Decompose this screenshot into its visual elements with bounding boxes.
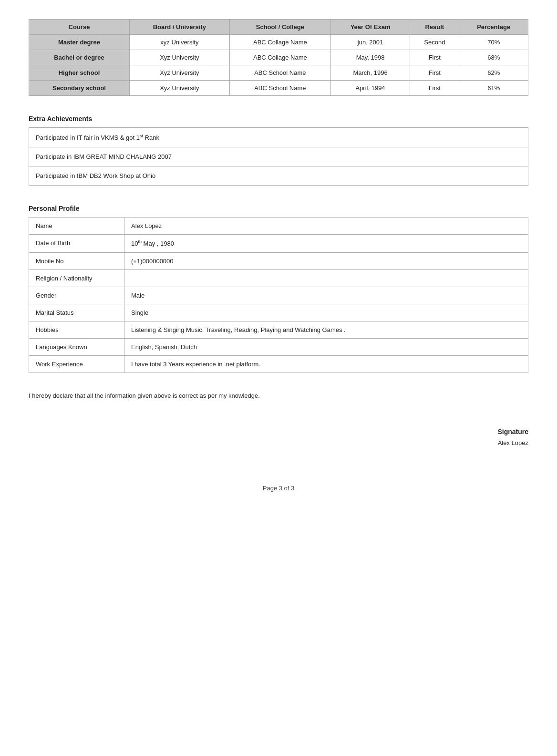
col-header-course: Course — [29, 20, 130, 35]
profile-label-7: Languages Known — [29, 338, 124, 355]
edu-row: Secondary schoolXyz UniversityABC School… — [29, 81, 528, 96]
profile-value-6: Listening & Singing Music, Traveling, Re… — [124, 321, 528, 338]
edu-cell-0-5: 70% — [459, 35, 528, 50]
edu-cell-0-4: Second — [410, 35, 459, 50]
profile-value-4: Male — [124, 287, 528, 304]
profile-label-1: Date of Birth — [29, 235, 124, 252]
edu-cell-2-2: ABC School Name — [229, 65, 330, 81]
profile-value-1: 10th May , 1980 — [124, 235, 528, 252]
profile-value-7: English, Spanish, Dutch — [124, 338, 528, 355]
profile-label-3: Religion / Nationality — [29, 269, 124, 287]
edu-cell-2-5: 62% — [459, 65, 528, 81]
edu-cell-1-1: Xyz University — [129, 50, 229, 65]
profile-row: Mobile No(+1)000000000 — [29, 252, 528, 269]
page-number: Page 3 of 3 — [29, 485, 528, 492]
edu-cell-3-3: April, 1994 — [330, 81, 410, 96]
profile-label-5: Marital Status — [29, 304, 124, 321]
profile-value-2: (+1)000000000 — [124, 252, 528, 269]
profile-value-0: Alex Lopez — [124, 217, 528, 235]
achievement-row: Participated in IT fair in VKMS & got 1s… — [29, 128, 528, 147]
signature-section: Signature Alex Lopez — [29, 428, 528, 446]
edu-row: Higher schoolXyz UniversityABC School Na… — [29, 65, 528, 81]
edu-row: Master degreexyz UniversityABC Collage N… — [29, 35, 528, 50]
signature-name: Alex Lopez — [29, 439, 528, 446]
edu-cell-1-2: ABC Collage Name — [229, 50, 330, 65]
profile-row: HobbiesListening & Singing Music, Travel… — [29, 321, 528, 338]
edu-cell-3-2: ABC School Name — [229, 81, 330, 96]
edu-cell-0-0: Master degree — [29, 35, 130, 50]
edu-cell-3-0: Secondary school — [29, 81, 130, 96]
edu-cell-1-0: Bachel or degree — [29, 50, 130, 65]
profile-row: Work ExperienceI have total 3 Years expe… — [29, 355, 528, 373]
edu-cell-3-4: First — [410, 81, 459, 96]
achievement-item-2: Participated in IBM DB2 Work Shop at Ohi… — [29, 166, 528, 186]
profile-row: Date of Birth10th May , 1980 — [29, 235, 528, 252]
profile-row: GenderMale — [29, 287, 528, 304]
profile-row: Languages KnownEnglish, Spanish, Dutch — [29, 338, 528, 355]
achievement-row: Participate in IBM GREAT MIND CHALANG 20… — [29, 147, 528, 166]
profile-label-8: Work Experience — [29, 355, 124, 373]
col-header-year: Year Of Exam — [330, 20, 410, 35]
profile-label-2: Mobile No — [29, 252, 124, 269]
profile-value-8: I have total 3 Years experience in .net … — [124, 355, 528, 373]
edu-row: Bachel or degreeXyz UniversityABC Collag… — [29, 50, 528, 65]
profile-row: Religion / Nationality — [29, 269, 528, 287]
profile-row: Marital StatusSingle — [29, 304, 528, 321]
edu-cell-1-4: First — [410, 50, 459, 65]
profile-label-6: Hobbies — [29, 321, 124, 338]
profile-value-5: Single — [124, 304, 528, 321]
edu-cell-2-3: March, 1996 — [330, 65, 410, 81]
col-header-board: Board / University — [129, 20, 229, 35]
achievement-item-1: Participate in IBM GREAT MIND CHALANG 20… — [29, 147, 528, 166]
col-header-school: School / College — [229, 20, 330, 35]
declaration-text: I hereby declare that all the informatio… — [29, 392, 528, 399]
achievement-row: Participated in IBM DB2 Work Shop at Ohi… — [29, 166, 528, 186]
col-header-result: Result — [410, 20, 459, 35]
edu-cell-2-1: Xyz University — [129, 65, 229, 81]
education-table: Course Board / University School / Colle… — [29, 19, 528, 96]
edu-cell-2-0: Higher school — [29, 65, 130, 81]
edu-cell-1-3: May, 1998 — [330, 50, 410, 65]
extra-achievements-title: Extra Achievements — [29, 115, 528, 123]
edu-cell-2-4: First — [410, 65, 459, 81]
personal-profile-title: Personal Profile — [29, 205, 528, 212]
profile-label-4: Gender — [29, 287, 124, 304]
edu-cell-3-1: Xyz University — [129, 81, 229, 96]
col-header-percentage: Percentage — [459, 20, 528, 35]
achievement-item-0: Participated in IT fair in VKMS & got 1s… — [29, 128, 528, 147]
profile-row: NameAlex Lopez — [29, 217, 528, 235]
edu-cell-0-3: jun, 2001 — [330, 35, 410, 50]
signature-label: Signature — [29, 428, 528, 435]
edu-cell-0-1: xyz University — [129, 35, 229, 50]
profile-label-0: Name — [29, 217, 124, 235]
profile-value-3 — [124, 269, 528, 287]
personal-profile-table: NameAlex LopezDate of Birth10th May , 19… — [29, 217, 528, 373]
achievements-table: Participated in IT fair in VKMS & got 1s… — [29, 127, 528, 186]
edu-cell-1-5: 68% — [459, 50, 528, 65]
edu-cell-3-5: 61% — [459, 81, 528, 96]
edu-cell-0-2: ABC Collage Name — [229, 35, 330, 50]
